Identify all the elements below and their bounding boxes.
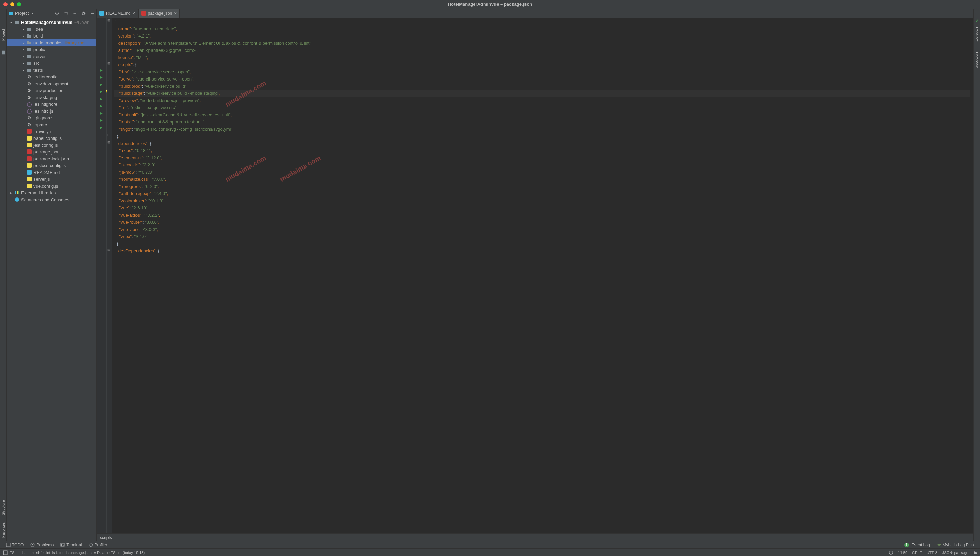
translate-tool-button[interactable]: Translate — [975, 26, 979, 42]
chevron-down-icon[interactable]: ▾ — [9, 21, 13, 24]
tree-file[interactable]: package.json — [7, 149, 96, 155]
close-icon[interactable]: × — [133, 11, 135, 16]
terminal-tab[interactable]: Terminal — [57, 543, 85, 548]
fold-icon[interactable]: ⊟ — [107, 141, 110, 144]
hide-icon[interactable] — [90, 11, 95, 16]
chevron-down-icon[interactable] — [31, 12, 34, 15]
cursor-position[interactable]: 11:59 — [898, 551, 908, 554]
chevron-right-icon[interactable]: ▸ — [21, 27, 25, 31]
tree-folder-build[interactable]: ▸build — [7, 32, 96, 39]
chevron-right-icon[interactable]: ▸ — [21, 48, 25, 52]
fold-icon[interactable]: ⊟ — [107, 248, 110, 251]
chevron-right-icon[interactable]: ▸ — [21, 68, 25, 72]
chevron-right-icon[interactable]: ▸ — [21, 41, 25, 45]
lock-icon[interactable] — [973, 551, 977, 554]
tree-root[interactable]: ▾ HotelManagerAdminVue ~/Downl — [7, 19, 96, 26]
tree-external-libraries[interactable]: ▸External Libraries — [7, 189, 96, 196]
fold-icon[interactable]: ⊟ — [107, 133, 110, 137]
run-icon[interactable]: ▶ — [100, 104, 103, 108]
tree-folder-server[interactable]: ▸server — [7, 53, 96, 60]
inspection-ok-icon[interactable]: ✔ — [975, 18, 979, 24]
chevron-right-icon[interactable]: ▸ — [9, 191, 13, 195]
project-tool-button[interactable]: Project — [2, 29, 5, 40]
run-icon[interactable]: ▶ — [100, 126, 103, 129]
tree-file[interactable]: README.md — [7, 169, 96, 176]
tab-readme[interactable]: README.md × — [97, 8, 139, 18]
breadcrumb[interactable]: scripts — [97, 533, 973, 541]
tree-file[interactable]: ⚙.env.staging — [7, 94, 96, 101]
tree-file[interactable]: ⚙.editorconfig — [7, 73, 96, 80]
run-icon[interactable]: ▶ — [100, 118, 103, 122]
tree-file[interactable]: babel.config.js — [7, 135, 96, 142]
chevron-right-icon[interactable]: ▸ — [21, 55, 25, 58]
file-language[interactable]: JSON: package — [942, 551, 969, 554]
tree-file[interactable]: ◯.eslintrc.js — [7, 107, 96, 114]
tab-package-json[interactable]: package.json × — [139, 8, 180, 18]
fold-gutter[interactable]: ⊟ ⊟ ⊟ ⊟ ⊟ — [107, 18, 112, 533]
tree-file[interactable]: ⚙.env.production — [7, 87, 96, 94]
profiler-tab[interactable]: Profiler — [85, 543, 111, 548]
tree-file[interactable]: ⚙.npmrc — [7, 121, 96, 128]
tree-file[interactable]: server.js — [7, 176, 96, 183]
tab-label: README.md — [106, 11, 130, 16]
run-icon[interactable]: ▶ — [100, 90, 103, 94]
tree-file[interactable]: ⚙.gitignore — [7, 114, 96, 121]
tree-folder-idea[interactable]: ▸.idea — [7, 26, 96, 32]
event-log-tab[interactable]: 1Event Log — [901, 543, 933, 548]
code-content[interactable]: { "name": "vue-admin-template", "version… — [112, 18, 973, 533]
tree-file[interactable]: jest.config.js — [7, 142, 96, 149]
run-icon[interactable]: ▶ — [100, 75, 103, 79]
folder-icon — [27, 61, 32, 66]
status-message[interactable]: ESLint is enabled: 'eslint' is listed in… — [10, 551, 145, 554]
svg-rect-28 — [974, 552, 977, 554]
svg-rect-16 — [18, 191, 19, 194]
fold-icon[interactable]: ⊟ — [107, 19, 110, 22]
run-icon[interactable]: ▶ — [100, 68, 103, 72]
project-view-label[interactable]: Project — [15, 11, 29, 16]
window-minimize-button[interactable] — [10, 2, 15, 6]
editor-body[interactable]: ▶ ▶ ▶ ▶ ▶ ▶ ▶ ▶ ▶ 💡 ⊟ ⊟ ⊟ ⊟ ⊟ — [97, 18, 973, 533]
tree-file[interactable]: .travis.yml — [7, 128, 96, 135]
mybatis-tab[interactable]: Mybatis Log Plus — [933, 543, 977, 548]
todo-tab[interactable]: TODO — [3, 543, 27, 548]
close-icon[interactable]: × — [174, 11, 177, 16]
problems-tab[interactable]: Problems — [27, 543, 57, 548]
editor-tabs: README.md × package.json × — [97, 8, 973, 18]
gear-icon: ⚙ — [27, 74, 32, 79]
tree-folder-node-modules[interactable]: ▸node_moduleslibrary root — [7, 39, 96, 46]
window-close-button[interactable] — [3, 2, 8, 6]
indexing-icon[interactable] — [889, 550, 893, 555]
chevron-right-icon[interactable]: ▸ — [21, 34, 25, 38]
database-tool-button[interactable]: Database — [975, 52, 979, 68]
run-icon[interactable]: ▶ — [100, 82, 103, 86]
gear-icon: ⚙ — [27, 94, 32, 100]
tool-window-icon[interactable] — [3, 550, 8, 555]
tree-file[interactable]: package-lock.json — [7, 155, 96, 162]
tree-scratches[interactable]: Scratches and Consoles — [7, 196, 96, 203]
collapse-all-icon[interactable] — [72, 11, 77, 16]
window-maximize-button[interactable] — [17, 2, 21, 6]
tree-folder-public[interactable]: ▸public — [7, 46, 96, 53]
breadcrumb-item[interactable]: scripts — [100, 535, 112, 540]
run-icon[interactable]: ▶ — [100, 97, 103, 101]
line-separator[interactable]: CRLF — [912, 551, 922, 554]
tree-file[interactable]: ◯.eslintignore — [7, 101, 96, 107]
favorites-tool-button[interactable]: Favorites — [2, 522, 5, 538]
tree-folder-src[interactable]: ▸src — [7, 60, 96, 66]
tree-file[interactable]: vue.config.js — [7, 183, 96, 189]
folder-icon — [27, 34, 32, 38]
run-icon[interactable]: ▶ — [100, 111, 103, 115]
expand-all-icon[interactable] — [63, 11, 68, 16]
tree-file[interactable]: ⚙.env.development — [7, 80, 96, 87]
tree-folder-tests[interactable]: ▸tests — [7, 66, 96, 73]
tree-label: Scratches and Consoles — [21, 197, 69, 202]
project-tree[interactable]: ▾ HotelManagerAdminVue ~/Downl ▸.idea ▸b… — [7, 18, 96, 541]
chevron-right-icon[interactable]: ▸ — [21, 61, 25, 65]
locate-icon[interactable] — [55, 11, 59, 16]
structure-tool-button[interactable]: Structure — [2, 500, 5, 516]
tree-file[interactable]: postcss.config.js — [7, 162, 96, 169]
fold-icon[interactable]: ⊟ — [107, 62, 110, 65]
gutter[interactable]: ▶ ▶ ▶ ▶ ▶ ▶ ▶ ▶ ▶ 💡 — [97, 18, 107, 533]
gear-icon[interactable] — [81, 11, 86, 16]
file-encoding[interactable]: UTF-8 — [927, 551, 937, 554]
